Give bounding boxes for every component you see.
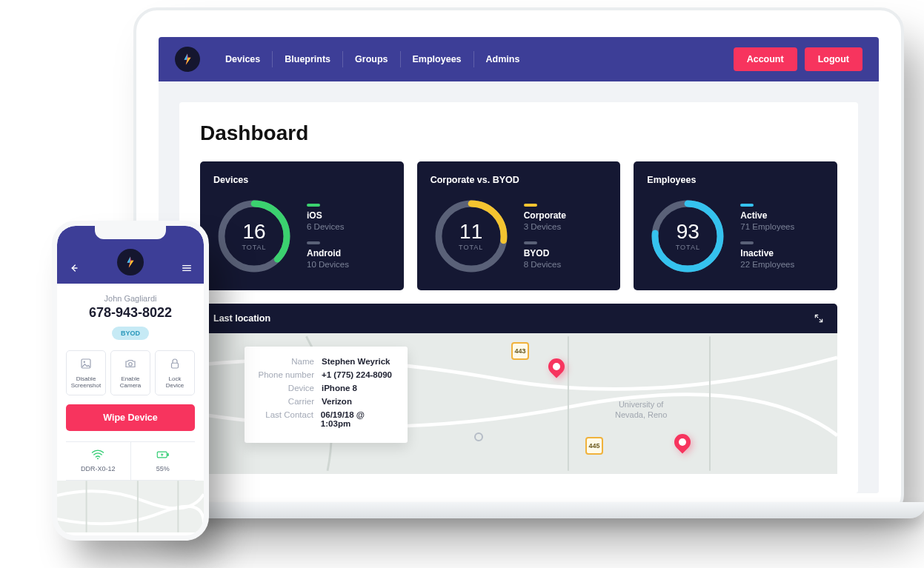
image-icon [79, 357, 93, 370]
card-title: Employees [647, 175, 824, 185]
account-button[interactable]: Account [734, 47, 797, 71]
nav-admins[interactable]: Admins [474, 51, 532, 67]
lock-icon [168, 357, 182, 370]
nav-blueprints[interactable]: Blueprints [273, 51, 343, 67]
dashboard-panel: Dashboard Devices 16 [179, 102, 858, 493]
expand-icon[interactable] [814, 313, 824, 324]
bolt-icon [181, 53, 194, 66]
action-label: DisableScreenshot [68, 375, 104, 389]
phone-map[interactable] [57, 481, 204, 532]
info-value-name: Stephen Weyrick [322, 357, 390, 366]
legend-swatch [740, 241, 754, 244]
donut-label: TOTAL [242, 244, 266, 251]
card-corporate-byod: Corporate vs. BYOD 11 TOTAL [417, 161, 621, 290]
nav-devices[interactable]: Devices [213, 51, 273, 67]
battery-charging-icon [156, 450, 170, 460]
device-phone-number: 678-943-8022 [66, 305, 195, 321]
legend-label: BYOD [524, 248, 566, 258]
camera-icon [124, 357, 137, 370]
wifi-ssid: DDR-X0-12 [66, 465, 130, 472]
menu-button[interactable] [180, 261, 193, 275]
wifi-status: DDR-X0-12 [66, 442, 131, 480]
svg-point-8 [129, 363, 133, 367]
legend-swatch [524, 204, 537, 207]
legend-swatch [740, 204, 754, 207]
donut-value: 11 [459, 221, 482, 242]
info-label-carrier: Carrier [256, 397, 322, 406]
map-title: Last location [213, 313, 270, 324]
hamburger-icon [181, 262, 193, 274]
svg-rect-12 [167, 453, 169, 456]
action-label: LockDevice [157, 375, 193, 389]
legend-swatch [524, 241, 537, 244]
map-place-label: University ofNevada, Reno [615, 400, 667, 421]
legend-sub: 8 Devices [524, 260, 566, 269]
legend-corporate: Corporate 3 Devices [524, 204, 566, 231]
nav-employees[interactable]: Employees [401, 51, 474, 67]
svg-point-7 [84, 361, 85, 363]
app-logo [175, 47, 200, 72]
device-actions: DisableScreenshot EnableCamera LockDevic… [66, 350, 195, 395]
wipe-device-button[interactable]: Wipe Device [66, 404, 195, 431]
route-shield-icon: 445 [585, 437, 603, 455]
legend-sub: 22 Employees [740, 260, 794, 269]
info-value-last: 06/19/18 @ 1:03pm [321, 410, 396, 428]
card-title: Corporate vs. BYOD [431, 175, 608, 185]
stat-cards: Devices 16 TOTAL [200, 161, 837, 290]
legend-sub: 71 Employees [740, 222, 794, 231]
info-value-carrier: Verizon [322, 397, 352, 406]
action-lock-device[interactable]: LockDevice [155, 350, 195, 395]
top-nav: Devices Blueprints Groups Employees Admi… [159, 37, 879, 81]
svg-rect-9 [172, 363, 179, 368]
info-value-device: iPhone 8 [322, 384, 357, 392]
donut-value: 16 [242, 221, 265, 242]
device-user-name: John Gagliardi [66, 294, 195, 303]
app-logo [117, 249, 144, 275]
donut-label: TOTAL [459, 244, 483, 251]
desktop-screen: Devices Blueprints Groups Employees Admi… [159, 37, 879, 493]
donut-devices: 16 TOTAL [213, 196, 295, 277]
legend-ios: iOS 6 Devices [307, 204, 349, 231]
legend-active: Active 71 Employees [740, 204, 794, 231]
legend-swatch [307, 204, 320, 207]
bolt-icon [124, 255, 137, 269]
legend-inactive: Inactive 22 Employees [740, 241, 794, 269]
laptop-frame: Devices Blueprints Groups Employees Admi… [133, 7, 904, 518]
card-title: Devices [213, 175, 390, 185]
legend-byod: BYOD 8 Devices [524, 241, 566, 269]
main-content: Dashboard Devices 16 [159, 81, 879, 493]
map-roads [57, 481, 204, 532]
phone-screen: John Gagliardi 678-943-8022 BYOD Disable… [57, 226, 204, 535]
battery-level: 55% [131, 465, 196, 472]
action-label: EnableCamera [113, 375, 148, 389]
legend-android: Android 10 Devices [307, 241, 349, 269]
legend-sub: 6 Devices [307, 222, 349, 231]
legend-label: iOS [307, 210, 349, 221]
card-devices: Devices 16 TOTAL [200, 161, 404, 290]
device-status-row: DDR-X0-12 55% [66, 441, 195, 481]
donut-value: 93 [677, 221, 699, 242]
map-poi-icon [474, 432, 483, 441]
action-disable-screenshot[interactable]: DisableScreenshot [66, 350, 106, 395]
donut-corporate-byod: 11 TOTAL [431, 196, 512, 277]
wifi-icon [91, 450, 104, 460]
logout-button[interactable]: Logout [805, 47, 862, 71]
ownership-badge: BYOD [112, 327, 149, 340]
page-title: Dashboard [200, 121, 837, 145]
donut-employees: 93 TOTAL [647, 196, 728, 277]
legend-sub: 3 Devices [524, 222, 566, 231]
battery-status: 55% [131, 442, 196, 480]
back-button[interactable] [67, 261, 81, 275]
phone-notch [95, 226, 166, 239]
donut-label: TOTAL [676, 244, 700, 251]
info-label-last: Last Contact [256, 410, 321, 428]
action-enable-camera[interactable]: EnableCamera [110, 350, 150, 395]
phone-frame: John Gagliardi 678-943-8022 BYOD Disable… [52, 221, 209, 541]
card-last-location: Last location [200, 304, 837, 474]
legend-sub: 10 Devices [307, 260, 349, 269]
map-canvas[interactable]: NameStephen Weyrick Phone number+1 (775)… [200, 333, 837, 474]
laptop-base [111, 502, 924, 518]
map-info-popover: NameStephen Weyrick Phone number+1 (775)… [245, 347, 408, 443]
nav-groups[interactable]: Groups [343, 51, 400, 67]
info-label-device: Device [256, 384, 322, 392]
